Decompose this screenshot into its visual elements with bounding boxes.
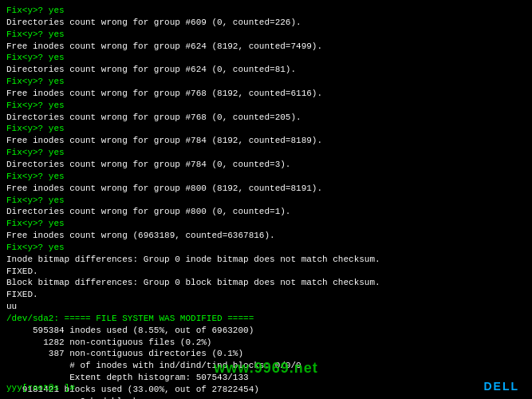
terminal-line: Directories count wrong for group #609 (… (6, 17, 526, 29)
terminal-line: Fix<y>? yes (6, 52, 526, 64)
terminal-line: Fix<y>? yes (6, 123, 526, 135)
terminal-line: Free inodes count wrong for group #784 (… (6, 135, 526, 147)
terminal-output: Fix<y>? yesDirectories count wrong for g… (6, 5, 526, 399)
terminal-line: 9181421 blocks used (33.00%, out of 2782… (6, 384, 526, 396)
terminal-line: Fix<y>? yes (6, 242, 526, 254)
terminal-line: Fix<y>? yes (6, 195, 526, 207)
terminal-line: Directories count wrong for group #768 (… (6, 112, 526, 124)
terminal-line: Fix<y>? yes (6, 171, 526, 183)
terminal-line: FIXED. (6, 289, 526, 301)
terminal-prompt: yyy[root@s ]# (6, 383, 75, 393)
terminal-line: uu (6, 301, 526, 313)
dell-logo: DELL (483, 380, 519, 393)
terminal-line: FIXED. (6, 266, 526, 278)
terminal-line: Directories count wrong for group #784 (… (6, 159, 526, 171)
terminal-line: Fix<y>? yes (6, 29, 526, 41)
terminal-line: Fix<y>? yes (6, 218, 526, 230)
terminal-line: Free inodes count wrong for group #800 (… (6, 183, 526, 195)
terminal-line: Free inodes count wrong for group #768 (… (6, 88, 526, 100)
terminal-window: Fix<y>? yesDirectories count wrong for g… (0, 0, 532, 399)
terminal-line: 1282 non-contiguous files (0.2%) (6, 337, 526, 349)
terminal-line: 387 non-contiguous directories (0.1%) (6, 348, 526, 360)
terminal-line: Free inodes count wrong (6963189, counte… (6, 230, 526, 242)
watermark: www.9969.net (214, 360, 317, 377)
terminal-line: Fix<y>? yes (6, 100, 526, 112)
terminal-line: Fix<y>? yes (6, 5, 526, 17)
terminal-line: Free inodes count wrong for group #624 (… (6, 41, 526, 53)
terminal-line: Directories count wrong for group #624 (… (6, 64, 526, 76)
terminal-line: /dev/sda2: ===== FILE SYSTEM WAS MODIFIE… (6, 313, 526, 325)
terminal-line: Block bitmap differences: Group 0 block … (6, 277, 526, 289)
terminal-line: Inode bitmap differences: Group 0 inode … (6, 254, 526, 266)
terminal-line: 0 bad blocks (6, 396, 526, 399)
terminal-line: Fix<y>? yes (6, 147, 526, 159)
terminal-line: Fix<y>? yes (6, 76, 526, 88)
terminal-line: 595384 inodes used (8.55%, out of 696320… (6, 325, 526, 337)
terminal-line: Directories count wrong for group #800 (… (6, 206, 526, 218)
